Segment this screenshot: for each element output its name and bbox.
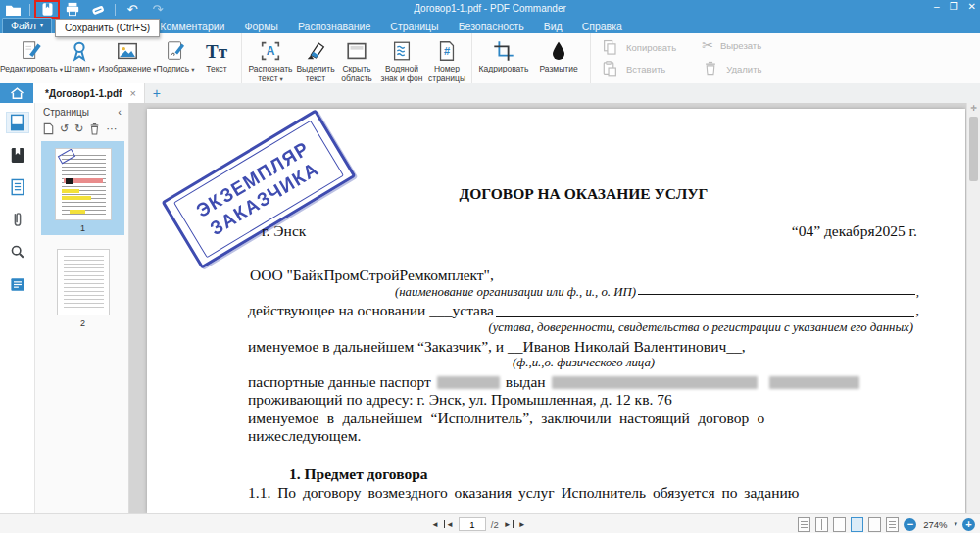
- view-continuous-icon[interactable]: [798, 517, 810, 532]
- page-number-input[interactable]: [459, 517, 486, 531]
- tab-comments[interactable]: Комментарии: [150, 20, 234, 33]
- view-reading-icon[interactable]: [886, 517, 899, 532]
- text-button[interactable]: Tт Текст: [196, 36, 237, 74]
- toolbar-separator: [115, 4, 116, 16]
- redo-button[interactable]: ↷: [146, 1, 170, 18]
- blur-button[interactable]: Размытие: [531, 36, 586, 74]
- view-single-icon[interactable]: [833, 517, 846, 532]
- first-page-icon[interactable]: ◄: [444, 520, 454, 529]
- watermark-button[interactable]: Водяной знак и фон: [377, 36, 426, 84]
- delete-button[interactable]: Удалить: [702, 60, 761, 77]
- next-page-icon[interactable]: ►: [518, 520, 526, 529]
- redacted-passport-issuer: [552, 376, 758, 389]
- rail-pages-button[interactable]: [7, 113, 28, 132]
- paste-button[interactable]: Вставить: [601, 60, 676, 78]
- page-total-label: /2: [491, 519, 499, 530]
- copy-icon: [601, 38, 619, 57]
- view-fit-width-icon[interactable]: [868, 517, 881, 532]
- print-button[interactable]: [61, 1, 84, 18]
- new-page-icon[interactable]: [43, 122, 54, 135]
- cut-button[interactable]: ✂ Вырезать: [702, 38, 761, 52]
- annotations-list-icon: [10, 277, 25, 292]
- contract-city: г. Энск: [262, 222, 306, 241]
- view-two-page-icon[interactable]: [815, 517, 828, 532]
- document-tab[interactable]: *Договор1-1.pdf ×: [33, 83, 145, 103]
- tab-view[interactable]: Вид: [534, 20, 572, 33]
- rail-bookmarks-button[interactable]: [7, 145, 28, 165]
- view-fit-page-icon[interactable]: [851, 517, 863, 532]
- scroll-widget-icon[interactable]: ✛: [969, 104, 978, 113]
- dropdown-caret-icon: ▾: [280, 75, 283, 82]
- tab-security[interactable]: Безопасность: [449, 20, 534, 33]
- scan-button[interactable]: [86, 1, 110, 18]
- zoom-level: 274%: [921, 519, 947, 530]
- edit-icon: [20, 39, 43, 63]
- zoom-in-button[interactable]: +: [962, 518, 975, 531]
- restore-button[interactable]: ❐: [950, 1, 958, 12]
- hide-area-icon: [345, 39, 368, 63]
- undo-button[interactable]: ↶: [121, 1, 144, 18]
- plus-icon: +: [153, 85, 161, 101]
- page-thumbnail-2[interactable]: 2: [41, 249, 124, 328]
- page-navigation: ◄ ◄ /2 ► ►: [431, 517, 526, 531]
- collapse-panel-icon[interactable]: ‹: [118, 107, 122, 118]
- window-controls: – ❐ ✕: [934, 1, 976, 12]
- stamp-icon: [68, 39, 91, 63]
- rail-export-button[interactable]: [7, 177, 28, 197]
- address-line: проживающий по адресу: г. Энск, ул. Пром…: [248, 391, 919, 410]
- highlight-text-button[interactable]: Выделить текст: [295, 36, 336, 84]
- page-number-icon: #: [435, 39, 459, 63]
- hide-area-button[interactable]: Скрыть область: [336, 36, 377, 84]
- document-tab-title: *Договор1-1.pdf: [45, 88, 122, 99]
- svg-text:#: #: [444, 45, 450, 57]
- page-number-button[interactable]: # Номер страницы: [426, 36, 467, 84]
- tab-pages[interactable]: Страницы: [380, 20, 448, 33]
- rail-search-button[interactable]: [7, 242, 28, 262]
- contract-date: “04” декабря2025 г.: [792, 222, 917, 241]
- new-tab-button[interactable]: +: [145, 83, 169, 103]
- pdf-page[interactable]: ЭКЗЕМПЛЯР ЗАКАЗЧИКА ДОГОВОР НА ОКАЗАНИЕ …: [147, 109, 965, 513]
- tab-forms[interactable]: Формы: [234, 20, 287, 33]
- page-thumbnail-1[interactable]: 1: [41, 141, 124, 235]
- file-menu-button[interactable]: Файл ▾: [2, 18, 52, 34]
- copy-button[interactable]: Копировать: [601, 38, 676, 57]
- zoom-out-button[interactable]: −: [904, 518, 916, 531]
- sidebar-rail: [0, 103, 35, 513]
- image-button[interactable]: Изображение▾: [100, 36, 155, 74]
- pages-panel-toolbar: ↺ ↻ ⋯: [35, 120, 128, 139]
- more-options-icon[interactable]: ⋯: [106, 123, 117, 134]
- home-button[interactable]: [0, 83, 33, 103]
- stamp-button[interactable]: Штамп▾: [59, 36, 100, 74]
- highlighter-icon: [304, 39, 327, 63]
- minimize-button[interactable]: –: [934, 1, 940, 12]
- scrollbar-thumb[interactable]: [969, 117, 978, 181]
- rail-attachments-button[interactable]: [7, 210, 28, 229]
- close-button[interactable]: ✕: [968, 1, 976, 12]
- last-page-icon[interactable]: ►: [504, 520, 514, 529]
- zoom-caret-icon[interactable]: ▾: [954, 520, 957, 528]
- recognize-text-button[interactable]: A Распознать текст▾: [246, 36, 295, 84]
- tab-close-icon[interactable]: ×: [129, 87, 135, 99]
- rotate-left-icon[interactable]: ↺: [60, 123, 69, 134]
- folder-open-icon: [5, 3, 22, 17]
- signature-button[interactable]: Подпись▾: [155, 36, 196, 74]
- scanner-icon: [90, 2, 106, 17]
- edit-button[interactable]: Редактировать▾: [4, 36, 59, 74]
- crop-button[interactable]: Кадрировать: [476, 36, 531, 74]
- tab-help[interactable]: Справка: [572, 20, 632, 33]
- rotate-right-icon[interactable]: ↻: [74, 123, 83, 134]
- pages-panel-icon: [9, 114, 25, 131]
- open-file-button[interactable]: [1, 1, 24, 18]
- vertical-scrollbar[interactable]: ✛: [966, 103, 980, 513]
- tab-recognition[interactable]: Распознавание: [288, 20, 380, 33]
- rail-annotations-button[interactable]: [7, 274, 28, 294]
- thumbnail-yellow-highlight: [62, 189, 79, 193]
- home-icon: [10, 86, 24, 100]
- thumbnail-text-lines: [62, 155, 106, 215]
- paperclip-icon: [11, 211, 24, 228]
- previous-page-icon[interactable]: ◄: [431, 520, 439, 529]
- toolbar-separator: [29, 4, 30, 16]
- save-button[interactable]: [35, 1, 59, 18]
- delete-page-icon[interactable]: [89, 122, 100, 135]
- contract-title: ДОГОВОР НА ОКАЗАНИЕ УСЛУГ: [248, 185, 919, 204]
